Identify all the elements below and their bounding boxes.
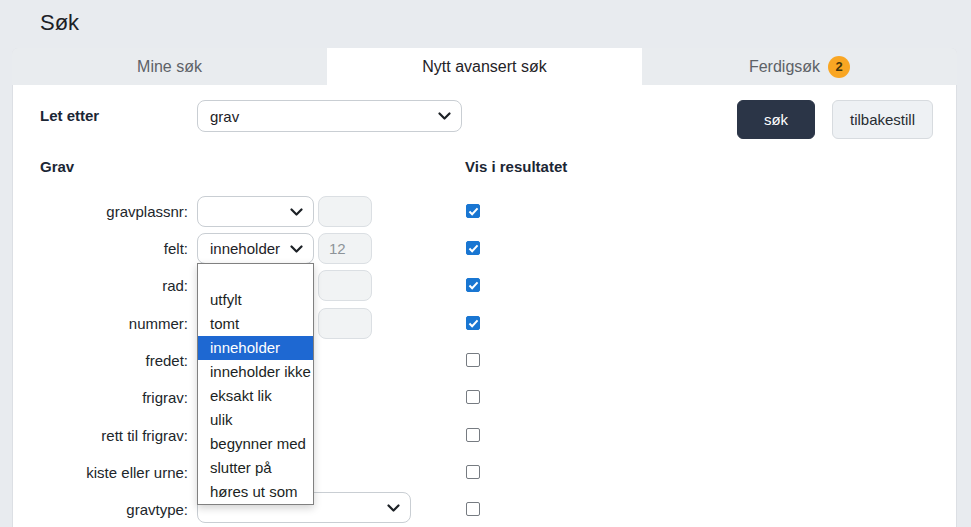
dropdown-option-slutter-pa[interactable]: slutter på	[198, 456, 313, 480]
tab-ferdigsok[interactable]: Ferdigsøk 2	[642, 48, 957, 85]
search-page: Søk Mine søk Nytt avansert søk Ferdigsøk…	[0, 0, 971, 527]
show-in-result-checkbox-rett-til-frigrav[interactable]	[466, 428, 480, 442]
chevron-down-icon	[387, 504, 400, 512]
checkmark-icon	[468, 319, 479, 328]
field-label-fredet: fredet:	[20, 345, 188, 376]
select-value: inneholder	[210, 240, 280, 257]
field-label-nummer: nummer:	[20, 308, 188, 339]
section-title: Grav	[40, 158, 74, 175]
tilbakestill-button[interactable]: tilbakestill	[832, 100, 933, 139]
field-label-kiste-eller-urne: kiste eller urne:	[20, 457, 188, 488]
dropdown-option-ulik[interactable]: ulik	[198, 408, 313, 432]
rad-value-input[interactable]	[318, 270, 372, 301]
field-label-rad: rad:	[20, 270, 188, 301]
felt-value-input[interactable]: 12	[318, 233, 372, 264]
dropdown-option-inneholder[interactable]: inneholder	[198, 336, 313, 360]
search-entity-select[interactable]: grav	[197, 100, 462, 132]
gravplassnr-operator-select[interactable]	[197, 196, 314, 227]
show-in-result-checkbox-nummer[interactable]	[466, 316, 480, 330]
show-in-result-checkbox-gravtype[interactable]	[466, 502, 480, 516]
nummer-value-input[interactable]	[318, 308, 372, 339]
sok-button[interactable]: søk	[737, 100, 815, 139]
dropdown-option-tomt[interactable]: tomt	[198, 312, 313, 336]
chevron-down-icon	[290, 208, 303, 216]
show-in-result-checkbox-gravplassnr[interactable]	[466, 204, 480, 218]
show-in-result-checkbox-kiste-eller-urne[interactable]	[466, 465, 480, 479]
ferdigsok-count-badge: 2	[828, 56, 850, 78]
search-entity-value: grav	[210, 108, 239, 125]
dropdown-option-begynner-med[interactable]: begynner med	[198, 432, 313, 456]
field-label-felt: felt:	[20, 233, 188, 264]
tab-label: Nytt avansert søk	[422, 58, 546, 76]
tab-bar: Mine søk Nytt avansert søk Ferdigsøk 2	[12, 48, 957, 85]
felt-operator-select[interactable]: inneholder	[197, 233, 314, 264]
show-in-result-checkbox-felt[interactable]	[466, 241, 480, 255]
field-label-gravplassnr: gravplassnr:	[20, 196, 188, 227]
show-in-result-checkbox-fredet[interactable]	[466, 353, 480, 367]
checkmark-icon	[468, 281, 479, 290]
dropdown-option-inneholder-ikke[interactable]: inneholder ikke	[198, 360, 313, 384]
let-etter-label: Let etter	[40, 100, 99, 132]
tab-label: Mine søk	[137, 58, 202, 76]
tab-nytt-avansert-sok[interactable]: Nytt avansert søk	[327, 48, 642, 85]
chevron-down-icon	[290, 245, 303, 253]
field-label-rett-til-frigrav: rett til frigrav:	[20, 420, 188, 451]
show-in-result-checkbox-rad[interactable]	[466, 278, 480, 292]
field-label-gravtype: gravtype:	[20, 494, 188, 525]
dropdown-option-eksakt-lik[interactable]: eksakt lik	[198, 384, 313, 408]
field-label-frigrav: frigrav:	[20, 382, 188, 413]
page-title: Søk	[40, 10, 79, 36]
show-in-result-checkbox-frigrav[interactable]	[466, 390, 480, 404]
gravplassnr-value-input[interactable]	[318, 196, 372, 227]
checkmark-icon	[468, 244, 479, 253]
dropdown-option-utfylt[interactable]: utfylt	[198, 288, 313, 312]
tab-label: Ferdigsøk	[749, 58, 820, 76]
dropdown-option-hores-ut-som[interactable]: høres ut som	[198, 480, 313, 504]
chevron-down-icon	[438, 112, 451, 120]
vis-i-resultatet-header: Vis i resultatet	[465, 158, 567, 175]
dropdown-option-empty[interactable]	[198, 264, 313, 288]
tab-mine-sok[interactable]: Mine søk	[12, 48, 327, 85]
operator-dropdown-list: utfylt tomt inneholder inneholder ikke e…	[197, 263, 314, 505]
checkmark-icon	[468, 207, 479, 216]
